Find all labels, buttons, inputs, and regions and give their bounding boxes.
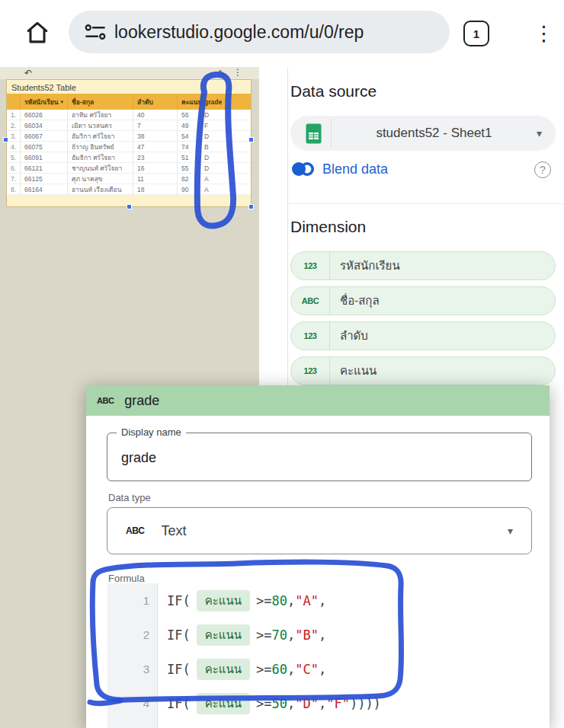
field-chip-token: คะแนน <box>197 693 250 714</box>
field-label: ลำดับ <box>340 327 368 345</box>
cell-grade: D <box>200 152 251 162</box>
formula-token: IF( <box>167 662 191 677</box>
cell-student-id: 66067 <box>21 131 68 141</box>
formula-line-number: 4 <box>107 686 157 720</box>
selection-handle-bottom[interactable] <box>127 204 132 209</box>
selection-handle-left[interactable] <box>3 137 8 142</box>
cell-name: อัมธิกา ศรีใจยา <box>68 152 133 162</box>
data-type-selector[interactable]: ABC Text ▾ <box>107 507 532 554</box>
formula-line-number: 1 <box>107 583 157 618</box>
column-header[interactable]: รหัสนักเรียน▾ <box>21 94 68 110</box>
home-icon[interactable] <box>23 18 52 47</box>
field-type-badge: ABC <box>291 287 330 315</box>
cell-order: 38 <box>133 131 178 141</box>
field-type-badge: 123 <box>291 322 330 350</box>
cell-score: 90 <box>178 184 200 194</box>
tab-switcher-button[interactable]: 1 <box>463 21 489 46</box>
browser-toolbar: lookerstudio.google.com/u/0/rep 1 ⋮ <box>0 0 564 67</box>
table-header-row: รหัสนักเรียน▾ชื่อ-สกุลลำดับคะแนนgrade <box>7 94 251 110</box>
dimension-field-chip[interactable]: 123คะแนน <box>290 356 556 385</box>
formula-token: "D" <box>295 696 319 711</box>
formula-token: "B" <box>295 627 319 643</box>
cell-score: 74 <box>178 142 200 152</box>
table-title: Students52 Table <box>7 80 251 94</box>
cell-student-id: 66125 <box>21 174 68 184</box>
browser-menu-icon[interactable]: ⋮ <box>534 17 549 50</box>
address-bar[interactable]: lookerstudio.google.com/u/0/rep <box>69 11 450 53</box>
cell-name: ศุภ นาคสุข <box>68 174 133 184</box>
blend-icon <box>290 160 316 178</box>
formula-line: IF(คะแนน>=50,"D","F")))) <box>159 686 534 720</box>
formula-token: , <box>319 662 326 677</box>
tab-count: 1 <box>473 27 479 40</box>
formula-token: 80 <box>271 593 287 608</box>
cell-student-id: 66075 <box>21 142 68 152</box>
cell-score: 55 <box>178 163 200 173</box>
selection-handle-right[interactable] <box>248 137 254 142</box>
cell-order: 23 <box>133 152 178 162</box>
dialog-title: grade <box>124 393 159 409</box>
field-editor-dialog: ABC grade Display name grade Data type A… <box>86 385 550 728</box>
formula-token: "C" <box>295 662 319 677</box>
formula-token: , <box>319 696 326 711</box>
formula-token: , <box>287 627 295 643</box>
formula-line: IF(คะแนน>=80,"A", <box>159 583 534 618</box>
cell-name: อานนท์ เรืองเดือน <box>68 184 133 194</box>
dimension-field-chip[interactable]: 123ลำดับ <box>290 321 556 350</box>
cell-grade: A <box>200 184 251 194</box>
formula-token: >= <box>256 662 271 677</box>
dimension-field-list: 123รหัสนักเรียนABCชื่อ-สกุล123ลำดับ123คะ… <box>290 251 556 391</box>
undo-icon[interactable]: ↶ <box>24 67 32 79</box>
blend-data-button[interactable]: Blend data <box>290 160 388 178</box>
formula-line: IF(คะแนน>=70,"B", <box>159 618 534 652</box>
table-row: 4.66075ธีราญ อินทรัพย์4774B <box>7 142 251 152</box>
formula-token: "F" <box>326 696 350 711</box>
edit-chart-icon[interactable]: ✎ <box>218 67 225 79</box>
selection-handle-corner[interactable] <box>248 204 254 209</box>
cell-name: ธีราญ อินทรัพย์ <box>68 142 133 152</box>
dimension-field-chip[interactable]: ABCชื่อ-สกุล <box>290 286 556 315</box>
formula-token: 60 <box>271 662 287 677</box>
formula-token: >= <box>256 593 271 608</box>
site-settings-icon[interactable] <box>84 22 107 42</box>
formula-code[interactable]: IF(คะแนน>=80,"A",IF(คะแนน>=70,"B",IF(คะแ… <box>159 583 534 720</box>
formula-token: , <box>319 627 326 643</box>
cell-name: ชาญนนท์ ศรีใจยา <box>68 163 133 173</box>
dialog-header: ABC grade <box>86 385 550 416</box>
cell-grade: A <box>200 174 251 184</box>
row-number: 3. <box>7 131 21 141</box>
field-type-badge: ABC <box>97 396 114 405</box>
students-table-widget[interactable]: Students52 Table รหัสนักเรียน▾ชื่อ-สกุลล… <box>6 79 252 207</box>
formula-token: "A" <box>295 593 319 608</box>
formula-token: IF( <box>167 593 191 608</box>
row-number: 2. <box>7 120 21 130</box>
cell-student-id: 66034 <box>21 120 68 130</box>
formula-token: IF( <box>167 627 191 643</box>
dimension-field-chip[interactable]: 123รหัสนักเรียน <box>290 251 556 280</box>
sort-caret-icon: ▾ <box>61 99 64 105</box>
data-type-badge: ABC <box>126 525 145 536</box>
chevron-down-icon: ▾ <box>508 525 513 537</box>
field-type-badge: 123 <box>291 357 330 385</box>
cell-order: 16 <box>133 163 178 173</box>
field-type-badge: 123 <box>291 252 330 279</box>
formula-editor[interactable]: 1234 IF(คะแนน>=80,"A",IF(คะแนน>=70,"B",I… <box>107 583 534 728</box>
formula-line-number: 2 <box>107 618 157 652</box>
dimension-heading: Dimension <box>290 218 366 236</box>
display-name-input[interactable]: Display name grade <box>107 433 532 481</box>
canvas-toolbar: ↶ ✎ ⋮ <box>0 67 259 79</box>
formula-token: >= <box>256 627 271 643</box>
formula-token: 50 <box>271 696 287 711</box>
help-icon[interactable]: ? <box>534 161 551 178</box>
table-row: 6.66121ชาญนนท์ ศรีใจยา1655D <box>7 163 251 174</box>
row-number: 4. <box>7 142 21 152</box>
table-row: 8.66164อานนท์ เรืองเดือน1890A <box>7 184 251 195</box>
formula-token: >= <box>256 696 271 711</box>
data-source-name: students52 - Sheet1 <box>332 126 537 141</box>
data-source-selector[interactable]: students52 - Sheet1 ▾ <box>290 116 556 151</box>
formula-token: , <box>319 593 326 608</box>
cell-name: เมิตา นวลนคร <box>68 120 133 130</box>
chart-more-icon[interactable]: ⋮ <box>233 66 242 79</box>
field-chip-token: คะแนน <box>197 659 250 680</box>
formula-line-number: 3 <box>107 652 157 686</box>
